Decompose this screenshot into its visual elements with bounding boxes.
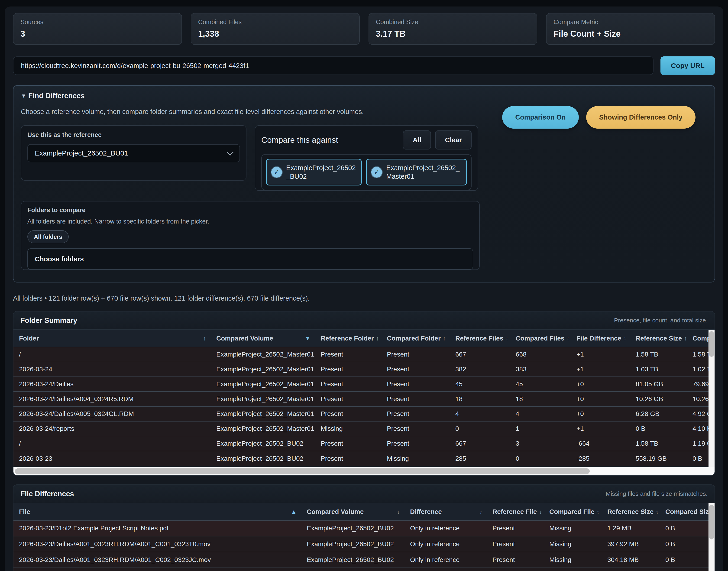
table-cell: Present — [381, 407, 450, 421]
column-header-compared-files[interactable]: Compared Files↕ — [510, 330, 571, 347]
table-cell: 1 — [510, 421, 571, 436]
horizontal-scrollbar[interactable] — [13, 467, 715, 475]
scrollbar-thumb[interactable] — [15, 468, 590, 474]
table-cell: 0 B — [660, 552, 709, 568]
column-header-compared-size[interactable]: Compared Size↕ — [687, 330, 709, 347]
copy-url-button[interactable]: Copy URL — [660, 56, 715, 75]
vertical-scrollbar[interactable] — [709, 503, 715, 571]
column-header-compared-file[interactable]: Compared File↕ — [544, 503, 602, 521]
folder-summary-panel: Folder Summary Presence, file count, and… — [13, 311, 715, 476]
column-label: Compared Size — [665, 508, 709, 516]
column-label: Compared Folder — [387, 335, 441, 342]
table-cell: ExampleProject_26502_Master01 — [211, 362, 315, 377]
column-header-difference[interactable]: Difference↕ — [404, 503, 487, 521]
column-header-file-difference[interactable]: File Difference↕ — [571, 330, 630, 347]
table-cell: 0 B — [660, 536, 709, 552]
table-cell: 0 B — [630, 421, 687, 436]
reference-label: Use this as the reference — [27, 131, 240, 139]
table-cell: 397.92 MB — [602, 536, 660, 552]
table-cell: 45 — [450, 377, 510, 391]
table-cell: 2026-03-24 — [13, 362, 211, 377]
column-header-compared-volume[interactable]: Compared Volume▼ — [211, 330, 315, 347]
column-label: File Difference — [577, 335, 621, 342]
table-cell: 304.18 MB — [602, 552, 660, 568]
choose-folders-button[interactable]: Choose folders — [27, 248, 473, 270]
table-cell: 1.03 TB — [630, 362, 687, 377]
table-cell: Present — [381, 391, 450, 407]
table-cell: 0 — [510, 451, 571, 466]
sort-icon: ↕ — [567, 335, 570, 342]
folders-to-compare-card: Folders to compare All folders are inclu… — [21, 201, 480, 270]
table-cell: 0 B — [687, 451, 709, 466]
stat-label: Combined Size — [376, 19, 530, 26]
table-cell: Present — [381, 362, 450, 377]
table-row: 2026-03-24/reportsExampleProject_26502_M… — [13, 421, 709, 436]
table-cell: Missing — [544, 521, 602, 536]
table-row: 2026-03-23/Dailies/A001_0323RH.RDM/A001_… — [13, 568, 709, 571]
reference-volume-value: ExampleProject_26502_BU01 — [35, 149, 228, 157]
table-header-row: Folder↕Compared Volume▼Reference Folder↕… — [13, 330, 709, 347]
column-label: Compared Volume — [216, 335, 273, 342]
table-cell: Present — [315, 451, 381, 466]
table-cell: 79.69 GB — [687, 377, 709, 391]
share-url-input[interactable]: https://cloudtree.kevinzanit.com/d/examp… — [13, 56, 653, 75]
table-cell: +1 — [571, 362, 630, 377]
table-cell: 667 — [450, 436, 510, 451]
volume-chip-label: ExampleProject_26502_BU02 — [286, 163, 356, 181]
scrollbar-thumb[interactable] — [709, 331, 714, 357]
showing-differences-only-toggle[interactable]: Showing Differences Only — [586, 106, 696, 129]
check-icon: ✓ — [371, 167, 382, 178]
column-header-reference-size[interactable]: Reference Size↕ — [630, 330, 687, 347]
table-cell: Present — [315, 407, 381, 421]
compare-against-title: Compare this against — [261, 135, 399, 145]
sort-icon: ↕ — [624, 335, 626, 342]
column-header-file[interactable]: File▲ — [13, 503, 301, 521]
stat-value: File Count + Size — [554, 29, 708, 39]
scrollbar-thumb[interactable] — [709, 504, 714, 540]
column-header-reference-files[interactable]: Reference Files↕ — [450, 330, 510, 347]
column-label: Reference Files — [455, 335, 503, 342]
table-cell: ExampleProject_26502_Master01 — [211, 391, 315, 407]
volume-chip-bu02[interactable]: ✓ ExampleProject_26502_BU02 — [266, 159, 362, 186]
table-cell: Present — [381, 436, 450, 451]
table-cell: 4 — [510, 407, 571, 421]
clear-button[interactable]: Clear — [435, 130, 472, 149]
toggle-pills: Comparison On Showing Differences Only — [502, 106, 696, 129]
column-header-compared-volume[interactable]: Compared Volume↕ — [301, 503, 404, 521]
table-cell: 383 — [510, 362, 571, 377]
table-cell: 2026-03-24/reports — [13, 421, 211, 436]
stat-label: Sources — [20, 19, 174, 26]
column-label: Difference — [410, 508, 442, 516]
stat-card-combined-size: Combined Size 3.17 TB — [369, 13, 537, 45]
column-header-compared-size[interactable]: Compared Size↕ — [660, 503, 709, 521]
table-cell: Present — [381, 421, 450, 436]
sort-icon: ↕ — [443, 335, 446, 342]
table-row: /ExampleProject_26502_BU02PresentPresent… — [13, 436, 709, 451]
all-folders-chip[interactable]: All folders — [27, 230, 69, 243]
stat-value: 3.17 TB — [376, 29, 530, 39]
vertical-scrollbar[interactable] — [709, 330, 715, 467]
table-row: 2026-03-24/DailiesExampleProject_26502_M… — [13, 377, 709, 391]
table-cell: 1.02 TB — [687, 362, 709, 377]
find-differences-header[interactable]: ▼ Find Differences — [21, 92, 707, 100]
column-header-compared-folder[interactable]: Compared Folder↕ — [381, 330, 450, 347]
column-label: Compared Volume — [307, 508, 364, 516]
table-cell: -285 — [571, 451, 630, 466]
table-cell: 3 — [510, 436, 571, 451]
table-cell: 667 — [450, 347, 510, 362]
table-cell: -664 — [571, 436, 630, 451]
sort-icon: ↕ — [506, 335, 508, 342]
stat-value: 3 — [20, 29, 174, 39]
collapse-triangle-icon: ▼ — [21, 93, 26, 99]
reference-volume-select[interactable]: ExampleProject_26502_BU01 — [27, 144, 240, 162]
volume-chip-master01[interactable]: ✓ ExampleProject_26502_Master01 — [366, 159, 467, 186]
column-header-reference-folder[interactable]: Reference Folder↕ — [315, 330, 381, 347]
column-header-reference-size[interactable]: Reference Size↕ — [602, 503, 660, 521]
column-header-reference-file[interactable]: Reference File↕ — [487, 503, 544, 521]
table-cell: Present — [315, 391, 381, 407]
column-header-folder[interactable]: Folder↕ — [13, 330, 211, 347]
sort-asc-icon: ▲ — [291, 508, 296, 515]
select-all-button[interactable]: All — [403, 130, 431, 149]
table-cell: +1 — [571, 347, 630, 362]
comparison-on-toggle[interactable]: Comparison On — [502, 106, 579, 129]
